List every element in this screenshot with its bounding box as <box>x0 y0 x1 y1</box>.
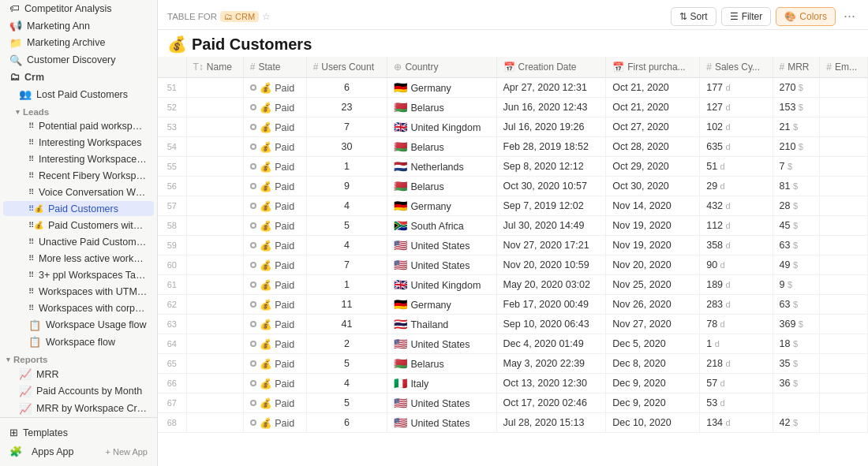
sidebar: 🏷 Competitor Analysis 📢 Marketing Ann 📁 … <box>0 0 158 466</box>
col-header-em[interactable]: #Em... <box>820 57 868 78</box>
table-row[interactable]: 60 💰 Paid 7 🇺🇸United States Nov 20, 2020… <box>158 255 868 275</box>
col-header-creation-date[interactable]: 📅Creation Date <box>496 57 606 78</box>
sidebar-item-workspaces-utm[interactable]: ⠿ Workspaces with UTM tags <box>3 284 154 299</box>
sidebar-item-paid-customers[interactable]: ⠿💰 Paid Customers <box>3 201 154 216</box>
country-col-icon: ⊕ <box>394 62 402 73</box>
table-row[interactable]: 54 💰 Paid 30 🇧🇾Belarus Feb 28, 2019 18:5… <box>158 137 868 157</box>
cell-em <box>820 236 868 255</box>
first-purchase-col-icon: 📅 <box>612 62 624 73</box>
cell-row-num: 55 <box>158 157 186 177</box>
more-options-button[interactable]: ··· <box>840 6 859 26</box>
col-header-name[interactable]: T↕Name <box>186 57 243 78</box>
sidebar-item-mrr-by-workspace[interactable]: 📈 MRR by Workspace Creati... <box>3 401 154 416</box>
table-row[interactable]: 55 💰 Paid 1 🇳🇱Netherlands Sep 8, 2020 12… <box>158 157 868 177</box>
col-header-first-purchase[interactable]: 📅First purcha... <box>606 57 700 78</box>
status-dot <box>250 301 256 308</box>
cell-creation-date: May 20, 2020 03:02 <box>496 275 606 295</box>
cell-sales-cycle: 134 d <box>700 413 773 433</box>
cell-mrr: 35 $ <box>773 354 820 374</box>
colors-button[interactable]: 🎨 Colors <box>776 7 836 26</box>
table-title-text: Paid Customers <box>192 35 312 54</box>
sidebar-item-lost-paid-customers[interactable]: 👥 Lost Paid Customers <box>3 87 154 103</box>
new-app-button[interactable]: + New App <box>105 447 148 457</box>
sidebar-item-paid-accounts-by-month[interactable]: 📈 Paid Accounts by Month <box>3 383 154 399</box>
cell-mrr: 369 $ <box>773 315 820 334</box>
status-dot <box>250 84 256 91</box>
table-row[interactable]: 58 💰 Paid 5 🇿🇦South Africa Jul 30, 2020 … <box>158 216 868 236</box>
sidebar-item-marketing-ann[interactable]: 📢 Marketing Ann <box>3 18 154 34</box>
table-row[interactable]: 61 💰 Paid 1 🇬🇧United Kingdom May 20, 202… <box>158 275 868 295</box>
col-header-sales-cycle[interactable]: #Sales Cy... <box>700 57 773 78</box>
cell-name <box>186 354 243 374</box>
sidebar-item-mrr[interactable]: 📈 MRR <box>3 367 154 382</box>
cell-sales-cycle: 283 d <box>700 295 773 315</box>
competitor-analysis-icon: 🏷 <box>9 2 20 14</box>
sidebar-item-marketing-archive[interactable]: 📁 Marketing Archive <box>3 35 154 51</box>
table-row[interactable]: 59 💰 Paid 4 🇺🇸United States Nov 27, 2020… <box>158 236 868 255</box>
sidebar-item-workspaces-corporate[interactable]: ⠿ Workspaces with corporat... <box>3 300 154 315</box>
table-row[interactable]: 65 💰 Paid 5 🇧🇾Belarus May 3, 2020 22:39 … <box>158 354 868 374</box>
cell-sales-cycle: 78 d <box>700 315 773 334</box>
sidebar-item-crm[interactable]: 🗂 Crm <box>3 69 154 85</box>
table-row[interactable]: 66 💰 Paid 4 🇮🇹Italy Oct 13, 2020 12:30 D… <box>158 374 868 393</box>
sidebar-item-paid-customers-url[interactable]: ⠿💰 Paid Customers with URL <box>3 218 154 233</box>
sidebar-item-unactive-paid-customers[interactable]: ⠿ Unactive Paid Customers <box>3 234 154 249</box>
table-row[interactable]: 63 💰 Paid 41 🇹🇭Thailand Sep 10, 2020 06:… <box>158 315 868 334</box>
table-row[interactable]: 51 💰 Paid 6 🇩🇪Germany Apr 27, 2020 12:31… <box>158 78 868 98</box>
cell-row-num: 58 <box>158 216 186 236</box>
table-row[interactable]: 67 💰 Paid 5 🇺🇸United States Oct 17, 2020… <box>158 393 868 413</box>
status-dot <box>250 104 256 110</box>
sidebar-item-templates[interactable]: ⊞ Templates <box>3 423 154 442</box>
table-row[interactable]: 53 💰 Paid 7 🇬🇧United Kingdom Jul 16, 202… <box>158 117 868 137</box>
cell-row-num: 56 <box>158 177 186 196</box>
cell-name <box>186 315 243 334</box>
sidebar-item-recent-fibery-workspaces[interactable]: ⠿ Recent Fibery Workspaces <box>3 168 154 183</box>
table-row[interactable]: 56 💰 Paid 9 🇧🇾Belarus Oct 30, 2020 10:57… <box>158 177 868 196</box>
table-row[interactable]: 62 💰 Paid 11 🇩🇪Germany Feb 17, 2020 00:4… <box>158 295 868 315</box>
cell-row-num: 52 <box>158 98 186 117</box>
workspaces-utm-icon: ⠿ <box>28 287 34 296</box>
sidebar-item-interesting-workspaces-pr[interactable]: ⠿ Interesting Workspaces Pr... <box>3 151 154 166</box>
filter-button[interactable]: ☰ Filter <box>721 7 772 26</box>
cell-users-count: 7 <box>306 117 387 137</box>
star-icon[interactable]: ☆ <box>262 11 271 22</box>
workspace-flow-icon: 📋 <box>28 336 41 348</box>
sidebar-item-voice-conversation[interactable]: ⠿ Voice Conversation Works... <box>3 185 154 199</box>
table-row[interactable]: 57 💰 Paid 4 🇩🇪Germany Sep 7, 2019 12:02 … <box>158 196 868 216</box>
col-header-users-count[interactable]: #Users Count <box>306 57 387 78</box>
cell-creation-date: Jul 30, 2020 14:49 <box>496 216 606 236</box>
sidebar-section-reports[interactable]: ▾ Reports <box>0 351 157 366</box>
sidebar-section-leads[interactable]: ▾ Leads <box>0 103 157 118</box>
col-header-country[interactable]: ⊕Country <box>387 57 496 78</box>
table-row[interactable]: 52 💰 Paid 23 🇧🇾Belarus Jun 16, 2020 12:4… <box>158 98 868 117</box>
col-header-state[interactable]: #State <box>243 57 306 78</box>
users-count-col-icon: # <box>313 62 319 73</box>
sidebar-item-my-apps[interactable]: 🧩 Apps App + New App <box>3 442 154 460</box>
sidebar-item-more-less-active[interactable]: ⠿ More less active workspaces <box>3 251 154 266</box>
sidebar-item-workspace-usage-flow[interactable]: 📋 Workspace Usage flow <box>3 317 154 333</box>
sidebar-item-customer-discovery[interactable]: 🔍 Customer Discovery <box>3 52 154 68</box>
col-header-mrr[interactable]: #MRR <box>773 57 820 78</box>
potential-paid-icon: ⠿ <box>28 121 34 130</box>
table-row[interactable]: 68 💰 Paid 6 🇺🇸United States Jul 28, 2020… <box>158 413 868 433</box>
sidebar-item-potential-paid-workspaces[interactable]: ⠿ Potential paid workspaces <box>3 119 154 134</box>
status-dot <box>250 203 256 209</box>
sidebar-item-workspace-flow[interactable]: 📋 Workspace flow <box>3 334 154 350</box>
table-title-row: 💰 Paid Customers <box>158 30 868 57</box>
main-content: TABLE FOR 🗂 CRM ☆ ⇅ Sort ☰ Filter 🎨 Colo… <box>158 0 868 466</box>
cell-sales-cycle: 29 d <box>700 177 773 196</box>
cell-mrr: 9 $ <box>773 275 820 295</box>
cell-creation-date: Jun 16, 2020 12:43 <box>496 98 606 117</box>
filter-label: Filter <box>742 11 763 22</box>
cell-first-purchase: Oct 30, 2020 <box>606 177 700 196</box>
table-row[interactable]: 64 💰 Paid 2 🇺🇸United States Dec 4, 2020 … <box>158 334 868 354</box>
cell-name <box>186 157 243 177</box>
cell-name <box>186 374 243 393</box>
cell-creation-date: Sep 7, 2019 12:02 <box>496 196 606 216</box>
sidebar-item-interesting-workspaces[interactable]: ⠿ Interesting Workspaces <box>3 135 154 150</box>
sidebar-item-competitor-analysis[interactable]: 🏷 Competitor Analysis <box>3 1 154 17</box>
cell-country: 🇧🇾Belarus <box>387 354 496 374</box>
sidebar-item-3plus-ppl[interactable]: ⠿ 3+ ppl Workspaces Table <box>3 267 154 282</box>
table-container[interactable]: T↕Name #State #Users Count ⊕Country 📅Cre… <box>158 57 868 466</box>
sort-button[interactable]: ⇅ Sort <box>671 7 716 26</box>
